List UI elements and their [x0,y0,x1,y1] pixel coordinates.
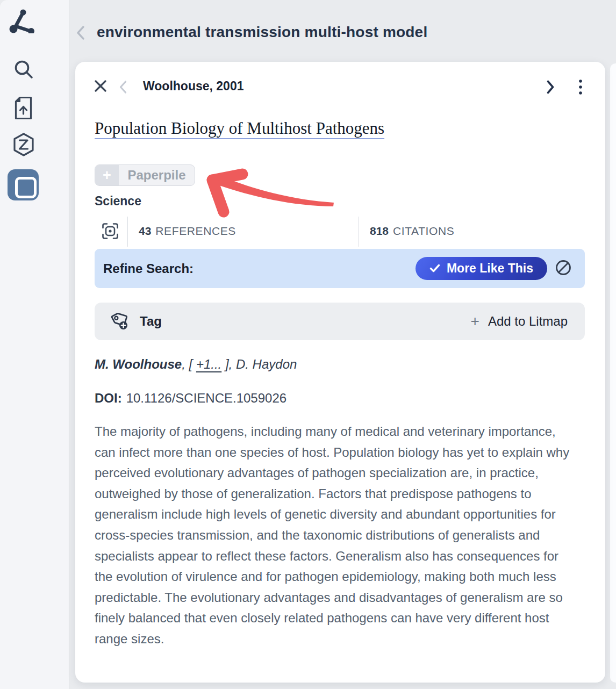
plus-icon: + [471,314,479,329]
author-name: D. Haydon [236,357,297,371]
back-chevron-button[interactable] [76,25,85,42]
card-header: Woolhouse, 2001 [75,78,605,96]
paper-detail-card: Woolhouse, 2001 Population Bio [75,62,605,683]
author-name: M. Woolhouse [95,357,182,371]
sidebar-item-upload[interactable] [13,96,34,122]
doi-value: 10.1126/SCIENCE.1059026 [126,391,286,405]
plus-icon: + [95,165,119,185]
tag-bar: Tag + Add to Litmap [95,303,585,340]
refine-search-bar: Refine Search: More Like This [95,249,585,288]
divider [359,217,359,247]
background-panel-edge [610,63,616,683]
citations-count: 818 [370,225,389,237]
topbar: environmental transmission multi-host mo… [69,0,616,62]
citations-label: CITATIONS [393,225,454,237]
authors-separator: , [ [182,357,196,371]
metrics-row: 43REFERENCES 818CITATIONS [75,217,605,248]
doi-line: DOI:10.1126/SCIENCE.1059026 [95,391,286,406]
sidebar-item-home[interactable] [9,9,35,35]
kebab-menu-icon [578,89,583,97]
more-like-this-button[interactable]: More Like This [416,257,547,280]
references-label: REFERENCES [155,225,236,237]
exclude-button[interactable] [555,259,572,278]
authors-line: M. Woolhouse, [ +1... ], D. Haydon [95,357,297,372]
doi-label: DOI: [95,391,122,405]
paperpile-button[interactable]: + Paperpile [95,164,195,186]
search-icon [13,73,34,81]
add-to-litmap-button[interactable]: + Add to Litmap [471,314,568,329]
sidebar-item-zotero[interactable] [12,132,35,160]
tag-label: Tag [140,314,162,329]
references-metric[interactable]: 43REFERENCES [139,225,236,238]
previous-paper-button[interactable] [119,80,127,96]
close-button[interactable] [94,79,108,95]
zotero-icon [12,152,35,160]
map-panel-icon [15,177,37,198]
chevron-right-icon [546,88,555,96]
upload-document-icon [13,114,34,122]
chevron-left-icon [119,88,127,96]
tag-button[interactable]: Tag [110,310,162,333]
paperpile-button-label: Paperpile [119,165,195,185]
sidebar-item-search[interactable] [13,59,34,81]
page-title: environmental transmission multi-host mo… [97,24,427,41]
authors-separator: ], [221,357,236,371]
checkmark-icon [429,261,440,276]
chevron-left-icon [76,34,85,42]
refine-search-label: Refine Search: [103,261,194,276]
more-authors-link[interactable]: +1... [196,357,221,371]
close-icon [94,87,108,95]
litmaps-extension-window: environmental transmission multi-host mo… [0,0,616,689]
litmaps-logo-icon [9,27,35,35]
more-like-this-label: More Like This [447,261,533,276]
paper-title-link[interactable]: Population Biology of Multihost Pathogen… [95,119,384,138]
citations-metric[interactable]: 818CITATIONS [370,225,454,238]
journal-name: Science [95,194,141,209]
add-to-litmap-label: Add to Litmap [488,314,568,329]
tag-add-icon [110,310,131,333]
references-count: 43 [139,225,151,237]
sidebar-item-map-panel-active[interactable] [8,169,39,200]
divider [127,217,128,247]
sidebar [0,0,69,689]
block-icon [555,259,572,278]
abstract-text: The majority of pathogens, including man… [95,421,578,650]
next-paper-button[interactable] [546,80,555,96]
more-options-button[interactable] [578,79,583,97]
scan-frame-icon [101,222,119,242]
paper-reference-title: Woolhouse, 2001 [143,79,243,94]
